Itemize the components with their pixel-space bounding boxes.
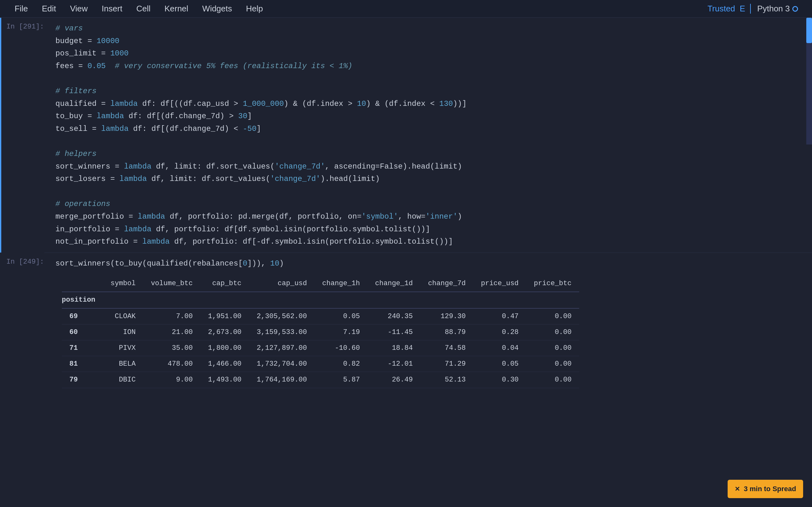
cell-symbol: CLOAK: [103, 308, 143, 325]
menu-insert[interactable]: Insert: [95, 4, 130, 14]
table-index-label-row: position: [62, 292, 579, 308]
menu-file[interactable]: File: [8, 4, 35, 14]
cell-symbol: DBIC: [103, 372, 143, 388]
table-row: 60ION21.002,673.003,159,533.007.19-11.45…: [62, 324, 579, 340]
col-header-position: [62, 275, 103, 292]
cell-change_1d: -12.01: [368, 356, 420, 372]
cell-price_btc: 0.00: [526, 340, 579, 356]
cell-price_usd: 0.47: [473, 308, 526, 325]
cell-cap_usd: 2,127,897.00: [249, 340, 314, 356]
table-body: 69CLOAK7.001,951.002,305,562.000.05240.3…: [62, 308, 579, 388]
menu-right: Trusted E Python 3: [702, 4, 804, 14]
kernel-label: Python 3: [751, 4, 804, 14]
cell-position: 69: [62, 308, 103, 325]
cell-price_usd: 0.28: [473, 324, 526, 340]
cell-price_btc: 0.00: [526, 356, 579, 372]
cell-position: 79: [62, 372, 103, 388]
cell-change_1h: 7.19: [315, 324, 368, 340]
menu-widgets[interactable]: Widgets: [195, 4, 239, 14]
cell-change_7d: 88.79: [420, 324, 473, 340]
toast-message: 3 min to Spread: [744, 485, 796, 493]
cell-symbol: ION: [103, 324, 143, 340]
cell-cap_usd: 1,732,704.00: [249, 356, 314, 372]
output-table: symbol volume_btc cap_btc cap_usd change…: [62, 275, 579, 388]
col-header-cap-btc: cap_btc: [200, 275, 249, 292]
cell-cap_usd: 3,159,533.00: [249, 324, 314, 340]
cell-price_btc: 0.00: [526, 372, 579, 388]
cell-change_1d: 26.49: [368, 372, 420, 388]
cell-change_1h: 0.82: [315, 356, 368, 372]
cell-change_1d: 240.35: [368, 308, 420, 325]
cell-change_1h: 0.05: [315, 308, 368, 325]
cell-2-code: sort_winners(to_buy(qualified(rebalances…: [55, 257, 806, 270]
table-row: 79DBIC9.001,493.001,764,169.005.8726.495…: [62, 372, 579, 388]
cell-change_1h: 5.87: [315, 372, 368, 388]
cell-1: In [291]: # vars budget = 10000 pos_limi…: [0, 18, 812, 252]
col-header-cap-usd: cap_usd: [249, 275, 314, 292]
cell-cap_usd: 2,305,562.00: [249, 308, 314, 325]
cell-cap_btc: 1,493.00: [200, 372, 249, 388]
kernel-name: Python 3: [757, 4, 790, 14]
cell-cap_btc: 1,951.00: [200, 308, 249, 325]
table-row: 69CLOAK7.001,951.002,305,562.000.05240.3…: [62, 308, 579, 325]
toast-notification: ✕ 3 min to Spread: [728, 480, 803, 498]
table-index-label: position: [62, 292, 103, 308]
col-header-volume-btc: volume_btc: [143, 275, 200, 292]
cell-price_btc: 0.00: [526, 324, 579, 340]
cell-volume_btc: 35.00: [143, 340, 200, 356]
notebook: In [291]: # vars budget = 10000 pos_limi…: [0, 18, 812, 399]
cell-cap_btc: 1,466.00: [200, 356, 249, 372]
menu-edit[interactable]: Edit: [35, 4, 63, 14]
menu-help[interactable]: Help: [239, 4, 270, 14]
cell-position: 81: [62, 356, 103, 372]
cell-change_1d: -11.45: [368, 324, 420, 340]
cell-price_usd: 0.04: [473, 340, 526, 356]
col-header-price-usd: price_usd: [473, 275, 526, 292]
cell-change_7d: 52.13: [420, 372, 473, 388]
cell-position: 60: [62, 324, 103, 340]
cell-symbol: PIVX: [103, 340, 143, 356]
col-header-price-btc: price_btc: [526, 275, 579, 292]
toast-close-button[interactable]: ✕: [734, 485, 740, 493]
cell-price_btc: 0.00: [526, 308, 579, 325]
cell-cap_usd: 1,764,169.00: [249, 372, 314, 388]
scrollbar[interactable]: [806, 18, 812, 145]
col-header-change-1d: change_1d: [368, 275, 420, 292]
col-header-change-7d: change_7d: [420, 275, 473, 292]
cell-price_usd: 0.30: [473, 372, 526, 388]
menu-view[interactable]: View: [63, 4, 95, 14]
cell-1-content[interactable]: # vars budget = 10000 pos_limit = 1000 f…: [49, 18, 812, 252]
cell-change_7d: 71.29: [420, 356, 473, 372]
cell-cap_btc: 1,800.00: [200, 340, 249, 356]
table-row: 81BELA478.001,466.001,732,704.000.82-12.…: [62, 356, 579, 372]
cell-2-output: symbol volume_btc cap_btc cap_usd change…: [55, 270, 806, 394]
cell-change_1d: 18.84: [368, 340, 420, 356]
cell-2: In [249]: sort_winners(to_buy(qualified(…: [0, 253, 812, 399]
menu-bar: File Edit View Insert Cell Kernel Widget…: [0, 0, 812, 18]
cell-change_7d: 129.30: [420, 308, 473, 325]
cell-change_7d: 74.58: [420, 340, 473, 356]
cell-change_1h: -10.60: [315, 340, 368, 356]
cell-price_usd: 0.05: [473, 356, 526, 372]
col-header-symbol: symbol: [103, 275, 143, 292]
cell-2-content[interactable]: sort_winners(to_buy(qualified(rebalances…: [49, 253, 812, 399]
cell-1-code: # vars budget = 10000 pos_limit = 1000 f…: [55, 22, 806, 248]
cell-symbol: BELA: [103, 356, 143, 372]
table-row: 71PIVX35.001,800.002,127,897.00-10.6018.…: [62, 340, 579, 356]
cell-position: 71: [62, 340, 103, 356]
menu-kernel[interactable]: Kernel: [157, 4, 195, 14]
cell-2-prompt: In [249]:: [1, 253, 49, 399]
cell-1-prompt: In [291]:: [1, 18, 49, 252]
scrollbar-thumb[interactable]: [806, 18, 812, 43]
cell-cap_btc: 2,673.00: [200, 324, 249, 340]
trusted-label[interactable]: Trusted E: [702, 4, 751, 14]
cell-volume_btc: 21.00: [143, 324, 200, 340]
cell-volume_btc: 9.00: [143, 372, 200, 388]
kernel-status-icon: [792, 6, 798, 12]
cell-volume_btc: 7.00: [143, 308, 200, 325]
menu-cell[interactable]: Cell: [130, 4, 158, 14]
cell-volume_btc: 478.00: [143, 356, 200, 372]
table-header-row: symbol volume_btc cap_btc cap_usd change…: [62, 275, 579, 292]
col-header-change-1h: change_1h: [315, 275, 368, 292]
